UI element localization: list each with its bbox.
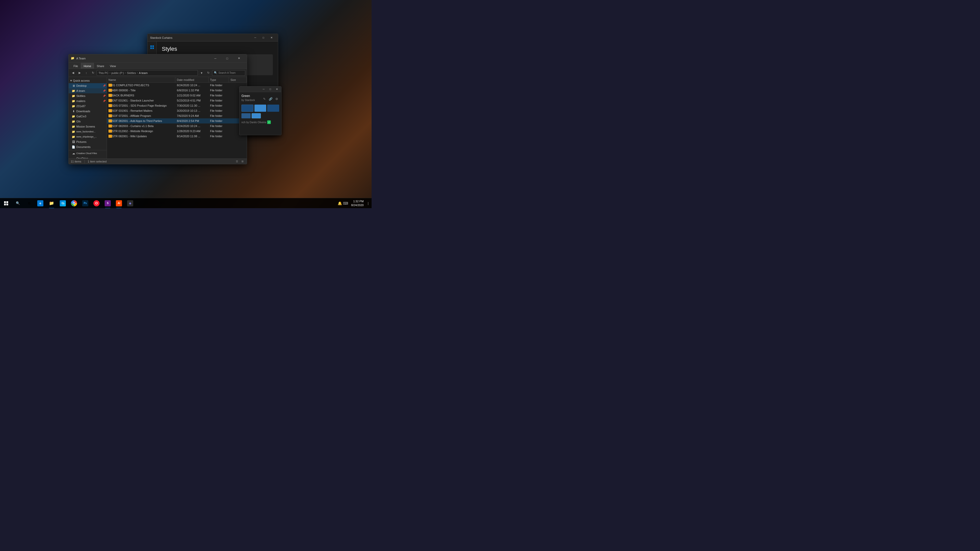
path-refresh-button[interactable]: ↻ (205, 70, 211, 76)
taskbar-fileexplorer[interactable]: 📁 (46, 198, 57, 208)
up-button[interactable]: ↑ (83, 70, 89, 76)
store-icon: 🛍 (60, 200, 66, 206)
sidebar-label-pictures: Pictures (76, 140, 86, 143)
sidebar-item-creativecloud[interactable]: ☁ Creative Cloud Files (68, 151, 107, 156)
path-skittles[interactable]: Skittles (127, 71, 136, 75)
sidebar-item-skittles[interactable]: 📁 Skittles 📌 (68, 94, 107, 98)
creativecloud-icon: ☁ (72, 151, 75, 155)
file-row[interactable]: STR 082001 - Wiki Updates8/14/2020 11:08… (107, 134, 247, 139)
col-header-type[interactable]: Type (208, 77, 229, 83)
maximize-button[interactable]: □ (221, 54, 233, 62)
tab-file[interactable]: File (71, 63, 81, 68)
svg-rect-7 (4, 201, 6, 203)
taskbar-taskview[interactable]: ⧉ (24, 198, 35, 208)
sidebar-item-documents[interactable]: 📄 Documents (68, 144, 107, 149)
preview-row-1 (242, 105, 279, 112)
file-row[interactable]: SOF 072001 - Affiliate Program7/6/2020 9… (107, 113, 247, 118)
taskbar-edge[interactable]: e (35, 198, 46, 208)
preview-row-2 (242, 113, 279, 118)
notification-icon[interactable]: 🔔 (338, 201, 342, 205)
path-thispc[interactable]: This PC (99, 71, 108, 75)
tab-share[interactable]: Share (94, 63, 107, 68)
file-row[interactable]: SOF 031901 - Remarket Mailers3/20/2019 1… (107, 108, 247, 113)
green-maximize[interactable]: □ (267, 87, 273, 91)
taskbar-search[interactable]: 🔍 (12, 198, 24, 208)
quick-access-header[interactable]: ▼ Quick access (68, 78, 107, 83)
sidebar-item-pictures[interactable]: 🖼 Pictures (68, 139, 107, 144)
sidebar-item-shipdesign[interactable]: 📁 www_shipdesign_... (68, 134, 107, 139)
taskbar-store[interactable]: 🛍 (57, 198, 68, 208)
green-action-icon-2[interactable]: 🔗 (268, 97, 273, 102)
tab-view[interactable]: View (107, 63, 119, 68)
path-dropdown-button[interactable]: ▼ (199, 70, 204, 76)
file-row[interactable]: SOF 082003 - Curtains v1.1 Beta8/24/2020… (107, 124, 247, 129)
sidebar-item-onedrive[interactable]: ☁ OneDrive (68, 156, 107, 159)
search-box[interactable]: 🔍 Search A Team (212, 70, 245, 76)
green-style-header: Green by Stardock ✎ 🔗 ⚙ (242, 94, 279, 103)
sidebar-item-231x87[interactable]: 📁 231x87 (68, 103, 107, 109)
close-button[interactable]: ✕ (233, 54, 245, 62)
file-type-cell: File folder (208, 104, 229, 107)
curtains-close[interactable]: ✕ (268, 35, 275, 41)
file-row[interactable]: ENT 031901 - Stardock Launcher5/23/2019 … (107, 98, 247, 103)
stardock-icon: S (105, 200, 111, 206)
file-row[interactable]: STR 012002 - Website Redesign1/28/2020 9… (107, 129, 247, 134)
minimize-button[interactable]: ─ (210, 54, 221, 62)
missionscreens-icon: 📁 (72, 125, 75, 128)
taskbar-ai[interactable]: Ai (113, 198, 124, 208)
taskbar-ps[interactable]: Ps (80, 198, 91, 208)
sidebar-item-mailers[interactable]: 📁 mailers 📌 (68, 98, 107, 103)
green-action-icon-3[interactable]: ⚙ (274, 97, 279, 102)
start-button[interactable] (0, 198, 12, 208)
bench-row: nch by Danilo Oliveira ✓ (242, 121, 279, 124)
pictures-icon: 🖼 (72, 140, 75, 144)
sidebar-label-ateam: A team (76, 89, 85, 92)
file-date-cell: 6/8/2016 1:32 PM (175, 89, 208, 92)
refresh-button[interactable]: ↻ (90, 70, 96, 76)
file-type-cell: File folder (208, 119, 229, 122)
sidebar-item-desktop[interactable]: 🖥 Desktop 📌 (68, 83, 107, 88)
file-row[interactable]: 01 COMPLETED PROJECTS8/24/2020 10:24 ...… (107, 83, 247, 88)
file-row[interactable]: SOF 082001 - Add Apps to Third Parties8/… (107, 118, 247, 124)
folder-icon (108, 124, 112, 127)
col-header-size[interactable]: Size (229, 77, 247, 83)
curtains-maximize[interactable]: □ (259, 35, 267, 41)
status-bar: 11 items 1 item selected ☰ ⊞ (68, 159, 247, 164)
details-view-button[interactable]: ☰ (234, 159, 239, 164)
file-name-cell: SDS 072001 - SDS Product Page Redesign (107, 104, 175, 107)
green-minimize[interactable]: ─ (261, 87, 266, 91)
col-header-date[interactable]: Date modified (175, 77, 208, 83)
sidebar-item-missionscreens[interactable]: 📁 Mission Screens (68, 124, 107, 129)
svg-rect-3 (152, 48, 154, 49)
curtains-minimize[interactable]: ─ (251, 35, 259, 41)
sidebar-item-factiondesign[interactable]: 📁 www_factiondesi... (68, 129, 107, 134)
keyboard-icon[interactable]: ⌨ (343, 201, 348, 205)
taskbar-unknown[interactable]: ◈ (124, 198, 136, 208)
show-desktop-button[interactable]: | (367, 202, 369, 205)
sidebar-item-gfx[interactable]: 📁 Gfx (68, 119, 107, 124)
path-public[interactable]: public (P:) (111, 71, 124, 75)
sidebar-item-ateam[interactable]: 📁 A team 📌 (68, 88, 107, 94)
taskbar-stardock[interactable]: S (102, 198, 113, 208)
folder-icon (108, 135, 112, 138)
windows-icon (4, 201, 8, 205)
svg-rect-10 (6, 203, 8, 205)
taskbar-chrome[interactable] (68, 198, 80, 208)
tab-home[interactable]: Home (81, 63, 94, 68)
path-ateam[interactable]: A team (139, 71, 148, 75)
curtains-sidebar-styles[interactable] (148, 44, 156, 51)
large-icons-view-button[interactable]: ⊞ (240, 159, 245, 164)
back-button[interactable]: ◀ (70, 70, 76, 76)
sidebar-item-downloads[interactable]: ⬇ Downloads (68, 109, 107, 114)
address-path[interactable]: This PC › public (P:) › Skittles › A tea… (97, 70, 198, 76)
forward-button[interactable]: ▶ (77, 70, 83, 76)
file-row[interactable]: SDS 072001 - SDS Product Page Redesign7/… (107, 103, 247, 108)
green-action-icon-1[interactable]: ✎ (262, 97, 267, 102)
file-row[interactable]: BACK BURNERS1/21/2020 9:02 AMFile folder (107, 93, 247, 98)
green-close[interactable]: ✕ (274, 87, 280, 91)
taskbar-opera[interactable]: O (91, 198, 102, 208)
col-header-name[interactable]: Name (107, 77, 175, 83)
system-clock[interactable]: 1:32 PM 8/24/2020 (349, 200, 366, 207)
file-row[interactable]: ABR 000000 - Title6/8/2016 1:32 PMFile f… (107, 88, 247, 93)
sidebar-item-galciv3[interactable]: 📁 GalCiv3 (68, 114, 107, 119)
